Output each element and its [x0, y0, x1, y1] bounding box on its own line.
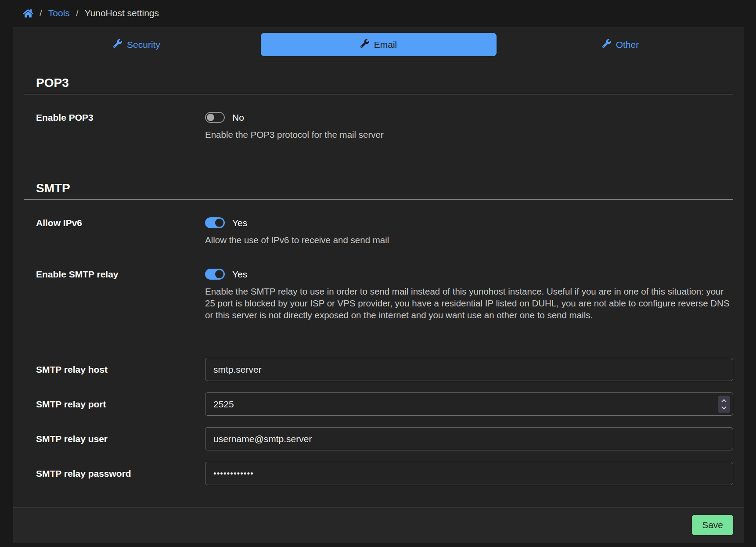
tab-label: Other — [616, 40, 639, 50]
field-row-smtp-relay-host: SMTP relay host — [36, 358, 733, 381]
settings-card: Security Email Other POP3 Enable POP3 — [13, 27, 744, 543]
smtp-relay-user-input[interactable] — [205, 427, 733, 450]
settings-tab-bar: Security Email Other — [13, 27, 744, 62]
section-title-smtp: SMTP — [24, 181, 733, 200]
breadcrumb-link-tools[interactable]: Tools — [48, 8, 70, 18]
breadcrumb-separator: / — [40, 8, 42, 18]
field-row-enable-smtp-relay: Enable SMTP relay Yes Enable the SMTP re… — [36, 269, 733, 321]
section-title-pop3: POP3 — [24, 76, 733, 94]
field-row-smtp-relay-user: SMTP relay user — [36, 427, 733, 450]
enable-pop3-toggle[interactable] — [205, 112, 225, 123]
field-description: Enable the SMTP relay to use in order to… — [205, 285, 733, 321]
number-stepper[interactable] — [718, 396, 730, 413]
tab-label: Security — [127, 40, 160, 50]
field-description: Allow the use of IPv6 to receive and sen… — [205, 234, 733, 246]
wrench-icon — [602, 39, 611, 50]
breadcrumb-separator: / — [76, 8, 79, 18]
save-button[interactable]: Save — [692, 515, 733, 535]
tab-other[interactable]: Other — [503, 33, 738, 56]
toggle-knob — [215, 219, 223, 227]
field-label: SMTP relay port — [36, 399, 205, 410]
smtp-relay-host-input[interactable] — [205, 358, 733, 381]
allow-ipv6-toggle[interactable] — [205, 217, 225, 228]
smtp-relay-port-input[interactable] — [205, 392, 733, 416]
field-description: Enable the POP3 protocol for the mail se… — [205, 129, 733, 140]
section-smtp: Allow IPv6 Yes Allow the use of IPv6 to … — [24, 217, 733, 485]
field-row-enable-pop3: Enable POP3 No Enable the POP3 protocol … — [36, 112, 733, 140]
toggle-state-text: Yes — [232, 269, 247, 280]
breadcrumb-current-page: YunoHost settings — [85, 8, 159, 18]
wrench-icon — [113, 39, 122, 50]
home-icon[interactable] — [23, 9, 33, 18]
field-row-allow-ipv6: Allow IPv6 Yes Allow the use of IPv6 to … — [36, 217, 733, 246]
field-row-smtp-relay-port: SMTP relay port — [36, 392, 733, 416]
toggle-state-text: Yes — [232, 218, 247, 228]
enable-smtp-relay-toggle[interactable] — [205, 269, 225, 280]
breadcrumb: / Tools / YunoHost settings — [0, 0, 756, 18]
toggle-state-text: No — [232, 112, 244, 123]
toggle-knob — [207, 114, 214, 121]
tab-label: Email — [374, 40, 397, 50]
section-pop3: Enable POP3 No Enable the POP3 protocol … — [24, 112, 733, 140]
field-label: Allow IPv6 — [36, 217, 205, 246]
card-footer: Save — [13, 507, 744, 543]
wrench-icon — [360, 39, 369, 50]
field-label: Enable POP3 — [36, 112, 205, 140]
field-label: SMTP relay user — [36, 434, 205, 444]
tab-email[interactable]: Email — [261, 33, 497, 56]
toggle-knob — [215, 270, 223, 278]
field-label: Enable SMTP relay — [36, 269, 205, 321]
chevron-down-icon[interactable] — [721, 404, 726, 409]
field-label: SMTP relay password — [36, 468, 205, 479]
smtp-relay-password-input[interactable] — [205, 462, 733, 485]
field-label: SMTP relay host — [36, 364, 205, 375]
chevron-up-icon[interactable] — [721, 399, 726, 404]
field-row-smtp-relay-password: SMTP relay password — [36, 462, 733, 485]
tab-security[interactable]: Security — [19, 33, 255, 56]
